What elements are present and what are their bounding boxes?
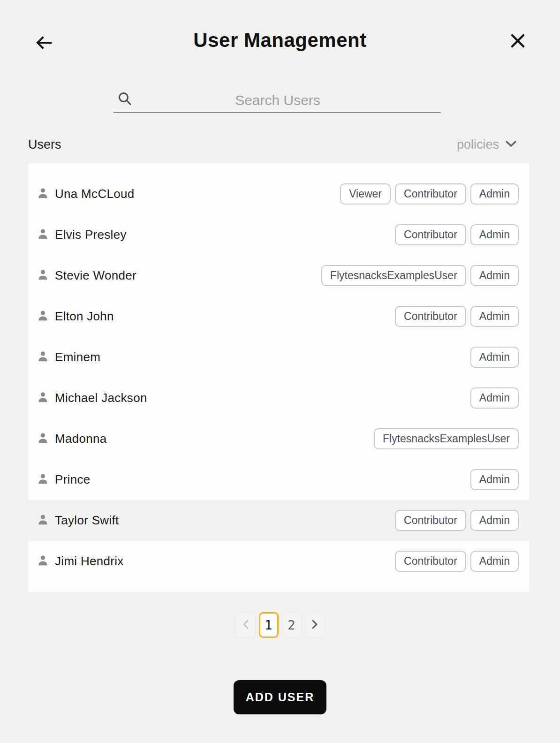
person-icon (37, 391, 49, 405)
chevron-right-icon (311, 618, 318, 632)
user-management-modal: { "header": { "title": "User Management"… (0, 0, 560, 743)
role-chip-admin[interactable]: Admin (470, 551, 519, 572)
user-row[interactable]: Madonna FlytesnacksExamplesUser (28, 418, 529, 459)
add-user-button[interactable]: ADD USER (234, 680, 326, 714)
role-chip-admin[interactable]: Admin (470, 265, 519, 286)
user-name: Michael Jackson (55, 391, 147, 405)
role-chip-admin[interactable]: Admin (470, 306, 519, 327)
chevron-left-icon (242, 618, 250, 632)
list-header: Users policies (28, 135, 529, 154)
role-chip-admin[interactable]: Admin (470, 183, 519, 205)
user-row[interactable]: Taylor Swift ContributorAdmin (28, 500, 529, 541)
role-chip-flytesnacksexamplesuser[interactable]: FlytesnacksExamplesUser (321, 265, 466, 286)
users-label: Users (28, 137, 61, 152)
role-chips: ContributorAdmin (395, 510, 519, 531)
user-list: Una McCLoud ViewerContributorAdmin Elvis… (28, 163, 529, 592)
role-chips: Admin (470, 347, 519, 368)
user-name: Madonna (55, 432, 107, 446)
role-chip-viewer[interactable]: Viewer (340, 183, 391, 205)
role-chip-admin[interactable]: Admin (470, 469, 519, 490)
user-name: Jimi Hendrix (55, 554, 124, 569)
user-row[interactable]: Elton John ContributorAdmin (28, 296, 529, 337)
role-chips: ContributorAdmin (395, 551, 519, 572)
search-input[interactable] (137, 88, 441, 112)
role-chip-admin[interactable]: Admin (470, 224, 519, 245)
role-chips: ViewerContributorAdmin (340, 183, 519, 205)
pagination-page-2[interactable]: 2 (282, 612, 302, 638)
pagination-page-1[interactable]: 1 (259, 612, 279, 638)
user-row[interactable]: Michael Jackson Admin (28, 378, 529, 418)
user-name: Prince (55, 472, 91, 487)
policies-dropdown[interactable]: policies (457, 137, 517, 152)
person-icon (37, 268, 49, 283)
user-name: Eminem (55, 350, 100, 364)
user-row[interactable]: Elvis Presley ContributorAdmin (28, 214, 529, 255)
search-icon (117, 91, 132, 108)
role-chips: Admin (470, 387, 519, 409)
role-chip-admin[interactable]: Admin (470, 347, 519, 368)
role-chip-contributor[interactable]: Contributor (395, 224, 466, 245)
page-title: User Management (0, 29, 560, 52)
role-chips: Admin (470, 469, 519, 490)
role-chip-contributor[interactable]: Contributor (395, 551, 466, 572)
policies-dropdown-label: policies (457, 137, 499, 152)
person-icon (37, 227, 49, 242)
user-name: Elton John (55, 309, 114, 324)
person-icon (37, 350, 49, 364)
role-chip-admin[interactable]: Admin (470, 387, 519, 409)
user-row[interactable]: Jimi Hendrix ContributorAdmin (28, 541, 529, 582)
user-name: Elvis Presley (55, 227, 127, 242)
user-row[interactable]: Eminem Admin (28, 337, 529, 378)
pagination-prev-button[interactable] (236, 612, 256, 638)
pagination: 1 2 (0, 612, 560, 638)
role-chip-contributor[interactable]: Contributor (395, 183, 466, 205)
search-bar (114, 88, 441, 113)
user-name: Una McCLoud (55, 187, 135, 201)
user-name: Taylor Swift (55, 513, 119, 528)
role-chip-admin[interactable]: Admin (470, 510, 519, 531)
person-icon (37, 513, 49, 528)
person-icon (37, 432, 49, 446)
person-icon (37, 187, 49, 201)
person-icon (37, 472, 49, 487)
role-chips: FlytesnacksExamplesUserAdmin (321, 265, 519, 286)
role-chips: ContributorAdmin (395, 306, 519, 327)
user-name: Stevie Wonder (55, 268, 136, 283)
close-icon (510, 33, 526, 50)
role-chips: ContributorAdmin (395, 224, 519, 245)
user-row[interactable]: Una McCLoud ViewerContributorAdmin (28, 174, 529, 214)
role-chip-flytesnacksexamplesuser[interactable]: FlytesnacksExamplesUser (374, 428, 519, 449)
person-icon (37, 309, 49, 324)
user-row[interactable]: Stevie Wonder FlytesnacksExamplesUserAdm… (28, 255, 529, 296)
role-chip-contributor[interactable]: Contributor (395, 306, 466, 327)
pagination-next-button[interactable] (305, 612, 325, 638)
person-icon (37, 554, 49, 569)
chevron-down-icon (505, 140, 517, 150)
close-button[interactable] (506, 29, 530, 53)
role-chip-contributor[interactable]: Contributor (395, 510, 466, 531)
user-row[interactable]: Prince Admin (28, 459, 529, 500)
role-chips: FlytesnacksExamplesUser (374, 428, 519, 449)
